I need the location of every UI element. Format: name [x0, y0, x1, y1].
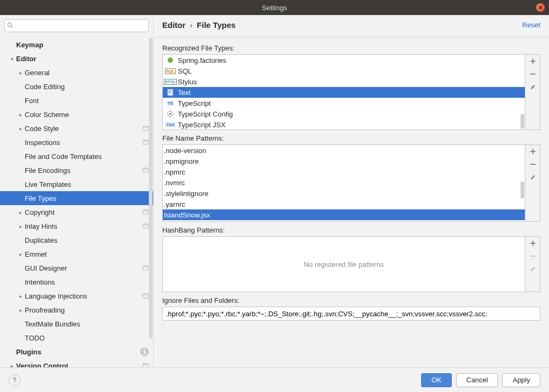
- nav-color-scheme[interactable]: ▸Color Scheme: [0, 107, 153, 121]
- file-type-row[interactable]: STYLStylus: [163, 76, 525, 87]
- pattern-label: .yarnrc: [164, 200, 185, 208]
- ignore-label: Ignore Files and Folders:: [162, 296, 540, 304]
- project-scope-icon: [142, 265, 149, 271]
- close-button[interactable]: [536, 3, 545, 12]
- plus-icon: [530, 58, 536, 64]
- nav-code-style[interactable]: ▸Code Style: [0, 121, 153, 135]
- nav-textmate-bundles[interactable]: TextMate Bundles: [0, 317, 153, 331]
- file-type-row[interactable]: SQLSQL: [163, 66, 525, 76]
- svg-rect-9: [143, 210, 148, 212]
- nav-inlay-hints[interactable]: ▸Inlay Hints: [0, 219, 153, 233]
- nav-keymap[interactable]: Keymap: [0, 38, 153, 52]
- edit-button[interactable]: [525, 171, 540, 184]
- search-wrap: [0, 15, 153, 35]
- pencil-icon: [530, 266, 536, 272]
- pattern-row[interactable]: .node-version: [163, 145, 525, 156]
- nav-editor[interactable]: ▾Editor: [0, 52, 153, 66]
- pattern-label: .node-version: [164, 147, 206, 155]
- pencil-icon: [530, 84, 536, 90]
- patterns-scrollbar[interactable]: [521, 182, 524, 199]
- nav-language-injections[interactable]: ▸Language Injections: [0, 289, 153, 303]
- edit-button[interactable]: [525, 81, 540, 93]
- project-scope-icon: [142, 167, 149, 173]
- patterns-list[interactable]: .node-version.npmignore.npmrc.nvmrc.styl…: [162, 144, 525, 222]
- nav-copyright[interactable]: ▸Copyright: [0, 205, 153, 219]
- remove-button[interactable]: [525, 68, 540, 81]
- pattern-row[interactable]: .nvmrc: [163, 177, 525, 188]
- chevron-right-icon: ▸: [16, 70, 25, 76]
- nav-todo[interactable]: TODO: [0, 331, 153, 345]
- nav-gui-designer[interactable]: GUI Designer: [0, 261, 153, 275]
- file-type-row[interactable]: Text: [163, 87, 525, 98]
- cancel-button[interactable]: Cancel: [456, 373, 498, 387]
- nav-tree[interactable]: Keymap ▾Editor ▸General Code Editing Fon…: [0, 35, 153, 367]
- hashbang-label: HashBang Patterns:: [162, 226, 540, 234]
- file-type-label: Stylus: [178, 78, 197, 86]
- search-input[interactable]: [15, 22, 146, 30]
- pattern-row[interactable]: .yarnrc: [163, 199, 525, 209]
- file-type-label: Text: [178, 89, 191, 97]
- svg-point-0: [8, 23, 12, 26]
- nav-plugins[interactable]: Plugins1: [0, 345, 153, 359]
- nav-version-control[interactable]: ▸Version Control: [0, 359, 153, 367]
- recognized-section: Recognized File Types: Spring.factoriesS…: [162, 44, 540, 130]
- svg-rect-19: [168, 89, 173, 96]
- add-button[interactable]: [525, 145, 540, 158]
- ignore-input[interactable]: [162, 307, 540, 321]
- breadcrumb-current: File Types: [197, 20, 235, 30]
- tsx-file-icon: TSX: [166, 120, 175, 129]
- hashbang-list[interactable]: No registered file patterns: [162, 236, 525, 292]
- pattern-row[interactable]: .stylelintignore: [163, 188, 525, 199]
- sql-file-icon: SQL: [166, 67, 175, 75]
- nav-duplicates[interactable]: Duplicates: [0, 233, 153, 247]
- minus-icon: [530, 71, 536, 77]
- nav-font[interactable]: Font: [0, 93, 153, 107]
- recognized-list[interactable]: Spring.factoriesSQLSQLSTYLStylusTextTSTy…: [162, 54, 525, 130]
- minus-icon: [530, 161, 536, 168]
- nav-inspections[interactable]: Inspections: [0, 135, 153, 149]
- add-button[interactable]: [525, 237, 540, 250]
- nav-file-types[interactable]: File Types: [0, 191, 153, 205]
- sidebar-scrollbar[interactable]: [149, 38, 153, 338]
- content: Keymap ▾Editor ▸General Code Editing Fon…: [0, 15, 549, 367]
- recognized-label: Recognized File Types:: [162, 44, 540, 52]
- remove-button[interactable]: [525, 158, 540, 171]
- close-icon: [538, 5, 543, 10]
- pencil-icon: [530, 174, 536, 180]
- project-scope-icon: [142, 362, 149, 367]
- nav-intentions[interactable]: Intentions: [0, 275, 153, 289]
- file-type-row[interactable]: TSTypeScript: [163, 98, 525, 108]
- footer: ? OK Cancel Apply: [0, 367, 549, 392]
- reset-link[interactable]: Reset: [522, 21, 540, 29]
- chevron-right-icon: ▸: [16, 251, 25, 257]
- nav-live-templates[interactable]: Live Templates: [0, 177, 153, 191]
- styl-file-icon: STYL: [166, 77, 175, 86]
- svg-point-24: [169, 113, 171, 115]
- file-type-row[interactable]: TSXTypeScript JSX: [163, 119, 525, 130]
- nav-proofreading[interactable]: ▸Proofreading: [0, 303, 153, 317]
- file-type-row[interactable]: Spring.factories: [163, 55, 525, 66]
- search-box[interactable]: [4, 19, 149, 32]
- nav-emmet[interactable]: ▸Emmet: [0, 247, 153, 261]
- apply-button[interactable]: Apply: [502, 373, 540, 387]
- recognized-side-buttons: [525, 54, 540, 130]
- add-button[interactable]: [525, 55, 540, 68]
- main-panel: Editor › File Types Reset Recognized Fil…: [154, 15, 549, 367]
- pattern-row[interactable]: IslandSnow.jsx: [163, 209, 525, 220]
- ignore-section: Ignore Files and Folders:: [162, 296, 540, 321]
- help-button[interactable]: ?: [9, 374, 20, 386]
- nav-code-editing[interactable]: Code Editing: [0, 79, 153, 93]
- ok-button[interactable]: OK: [421, 373, 452, 387]
- nav-file-encodings[interactable]: File Encodings: [0, 163, 153, 177]
- nav-file-code-templates[interactable]: File and Code Templates: [0, 149, 153, 163]
- pattern-row[interactable]: .npmrc: [163, 166, 525, 177]
- breadcrumb-parent[interactable]: Editor: [162, 20, 185, 30]
- file-type-row[interactable]: TypeScript Config: [163, 108, 525, 119]
- remove-button: [525, 250, 540, 263]
- project-scope-icon: [142, 209, 149, 215]
- patterns-section: File Name Patterns: .node-version.npmign…: [162, 134, 540, 222]
- nav-general[interactable]: ▸General: [0, 66, 153, 79]
- recognized-scrollbar[interactable]: [521, 114, 524, 129]
- svg-rect-5: [143, 140, 148, 142]
- pattern-row[interactable]: .npmignore: [163, 156, 525, 166]
